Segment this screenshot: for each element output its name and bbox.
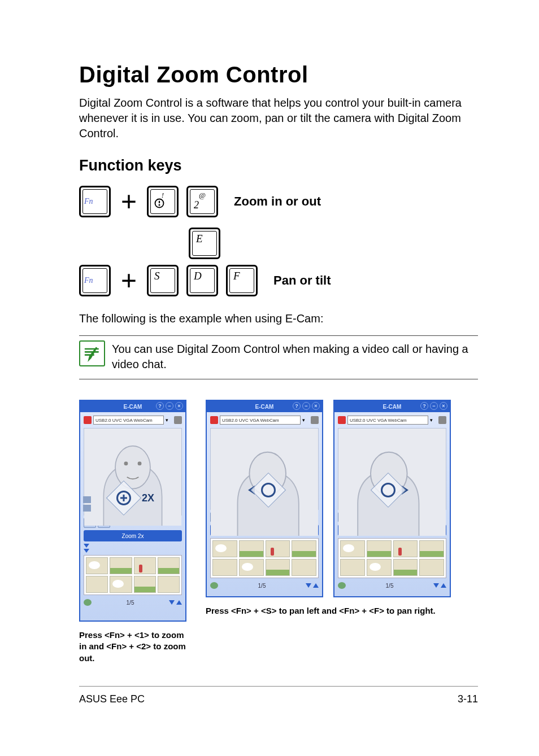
note-icon bbox=[79, 340, 105, 366]
thumbnail[interactable] bbox=[340, 540, 365, 557]
ecam-titlebar: E-CAM ? − × bbox=[80, 401, 185, 412]
tool-icon[interactable] bbox=[83, 505, 91, 512]
thumbnail[interactable] bbox=[393, 559, 418, 576]
thumbnail[interactable] bbox=[134, 557, 156, 574]
page-down-icon[interactable] bbox=[306, 583, 311, 588]
key-s: S bbox=[147, 265, 179, 296]
device-select[interactable]: USB2.0 UVC VGA WebCam bbox=[220, 416, 301, 425]
footer-right: 3-11 bbox=[458, 693, 478, 705]
note-text: You can use Digital Zoom Control when ma… bbox=[112, 340, 478, 372]
fn-key: Fn bbox=[79, 186, 111, 217]
zoom-label: Zoom in or out bbox=[234, 194, 321, 209]
thumbnail[interactable] bbox=[239, 540, 264, 557]
thumbnail[interactable] bbox=[86, 576, 108, 593]
minimize-icon[interactable]: − bbox=[166, 402, 173, 410]
page-title: Digital Zoom Control bbox=[79, 62, 478, 88]
zoom-caption: Press <Fn> + <1> to zoom in and <Fn> + <… bbox=[79, 630, 192, 664]
settings-icon[interactable] bbox=[311, 416, 319, 424]
key-d: D bbox=[186, 265, 218, 296]
close-icon[interactable]: × bbox=[175, 402, 183, 410]
key-e: E bbox=[189, 228, 220, 259]
thumbnail[interactable] bbox=[419, 540, 444, 557]
thumbnail[interactable] bbox=[419, 559, 444, 576]
svg-point-6 bbox=[138, 461, 142, 465]
pager: 1/5 bbox=[84, 597, 182, 608]
footer-left: ASUS Eee PC bbox=[79, 693, 145, 705]
thumbnail[interactable] bbox=[266, 559, 290, 576]
page-down-icon[interactable] bbox=[169, 600, 175, 605]
camera-icon bbox=[338, 416, 346, 424]
tool-icon[interactable] bbox=[83, 496, 91, 503]
status-bar: Zoom 2x bbox=[84, 530, 182, 541]
chevron-down-icon[interactable] bbox=[84, 549, 89, 553]
note-row: You can use Digital Zoom Control when ma… bbox=[79, 340, 478, 378]
help-icon[interactable]: ? bbox=[293, 402, 301, 410]
thumbnail[interactable] bbox=[340, 559, 365, 576]
camera-icon bbox=[210, 416, 218, 424]
thumbnail[interactable] bbox=[393, 540, 418, 557]
plus-icon: + bbox=[119, 188, 139, 215]
key-1: ! bbox=[147, 186, 179, 217]
page-down-icon[interactable] bbox=[433, 583, 439, 588]
help-icon[interactable]: ? bbox=[420, 402, 428, 410]
key-1-bottom bbox=[154, 198, 164, 211]
zoom-overlay: 2X bbox=[111, 486, 154, 510]
key-f: F bbox=[226, 265, 258, 296]
thumbnail[interactable] bbox=[266, 540, 290, 557]
example-text: The following is the example when using … bbox=[79, 312, 478, 325]
close-icon[interactable]: × bbox=[312, 402, 320, 410]
pan-caption: Press <Fn> + <S> to pan left and <Fn> + … bbox=[206, 605, 478, 617]
key-2-top: @ bbox=[199, 191, 206, 200]
chevron-down-icon[interactable] bbox=[84, 544, 89, 548]
pan-right-overlay bbox=[376, 478, 408, 502]
pan-label: Pan or tilt bbox=[273, 273, 331, 288]
help-icon[interactable]: ? bbox=[156, 402, 164, 410]
thumbnail[interactable] bbox=[158, 576, 180, 593]
page-up-icon[interactable] bbox=[313, 583, 319, 588]
pan-left-overlay bbox=[248, 478, 281, 502]
close-icon[interactable]: × bbox=[440, 402, 447, 410]
figures-row: E-CAM ? − × USB2.0 UVC VGA WebCam ▾ bbox=[79, 400, 478, 664]
dropdown-icon[interactable]: ▾ bbox=[166, 417, 172, 423]
thumbnail[interactable] bbox=[292, 559, 316, 576]
minimize-icon[interactable]: − bbox=[430, 402, 438, 410]
plus-icon-2: + bbox=[119, 267, 139, 294]
thumbnail[interactable] bbox=[239, 559, 264, 576]
key-2: @ 2 bbox=[186, 186, 218, 217]
thumbnail[interactable] bbox=[212, 540, 237, 557]
minimize-icon[interactable]: − bbox=[302, 402, 310, 410]
svg-point-4 bbox=[115, 446, 150, 489]
zoom-key-row: Fn + ! @ 2 Zoom in or out bbox=[79, 186, 478, 217]
svg-rect-1 bbox=[159, 201, 160, 204]
page-footer: ASUS Eee PC 3-11 bbox=[79, 686, 478, 705]
thumbnail[interactable] bbox=[110, 576, 132, 593]
thumbnail[interactable] bbox=[212, 559, 237, 576]
fn-key-2: Fn bbox=[79, 265, 111, 296]
intro-text: Digital Zoom Control is a software that … bbox=[79, 95, 478, 141]
settings-icon[interactable] bbox=[174, 416, 182, 424]
thumbnail[interactable] bbox=[367, 540, 392, 557]
thumbnail-grid bbox=[84, 555, 182, 595]
thumbnail[interactable] bbox=[134, 576, 156, 593]
dropdown-icon[interactable]: ▾ bbox=[430, 417, 437, 423]
ecam-window-pan-left: E-CAM ? − × USB2.0 UVC VGA WebCam ▾ bbox=[206, 400, 323, 597]
thumbnail[interactable] bbox=[86, 557, 108, 574]
thumbnail[interactable] bbox=[158, 557, 180, 574]
thumbnail[interactable] bbox=[292, 540, 316, 557]
refresh-icon[interactable] bbox=[84, 599, 92, 606]
section-subtitle: Function keys bbox=[79, 157, 478, 174]
key-2-bottom: 2 bbox=[194, 199, 199, 211]
device-select[interactable]: USB2.0 UVC VGA WebCam bbox=[93, 416, 164, 425]
svg-point-2 bbox=[159, 204, 160, 206]
settings-icon[interactable] bbox=[438, 416, 446, 424]
camera-viewport: 2X bbox=[84, 428, 182, 515]
thumbnail[interactable] bbox=[110, 557, 132, 574]
refresh-icon[interactable] bbox=[338, 582, 346, 589]
page-up-icon[interactable] bbox=[441, 583, 446, 588]
device-select[interactable]: USB2.0 UVC VGA WebCam bbox=[347, 416, 428, 425]
dropdown-icon[interactable]: ▾ bbox=[302, 417, 309, 423]
svg-point-5 bbox=[124, 461, 128, 465]
refresh-icon[interactable] bbox=[210, 582, 218, 589]
thumbnail[interactable] bbox=[367, 559, 392, 576]
page-up-icon[interactable] bbox=[176, 600, 182, 605]
